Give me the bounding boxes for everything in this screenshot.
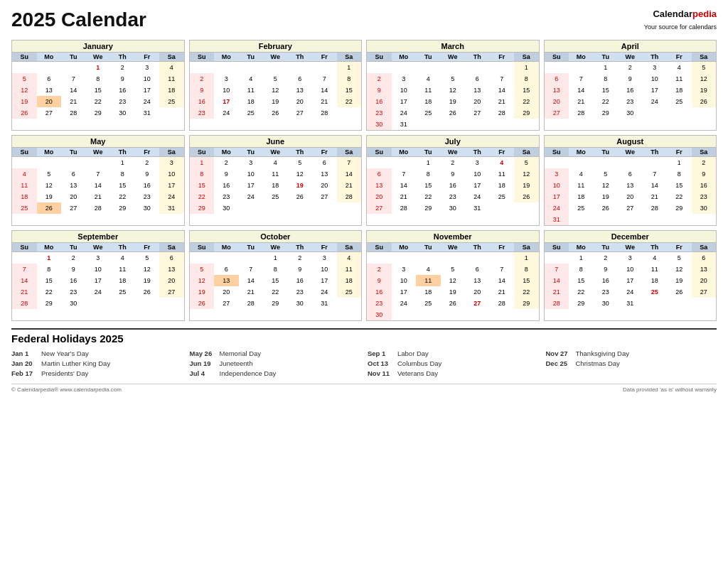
month-title-august: August bbox=[545, 136, 717, 148]
day-cell: 10 bbox=[312, 264, 337, 275]
col-header-fr: Fr bbox=[135, 243, 160, 252]
day-cell bbox=[569, 156, 594, 168]
day-cell: 24 bbox=[643, 96, 668, 107]
day-cell: 7 bbox=[239, 264, 264, 275]
day-cell: 18 bbox=[12, 191, 37, 202]
day-cell: 15 bbox=[416, 180, 441, 191]
day-cell: 16 bbox=[190, 96, 215, 107]
day-cell: 29 bbox=[514, 298, 539, 309]
day-cell: 5 bbox=[135, 251, 160, 264]
col-header-mo: Mo bbox=[392, 53, 417, 62]
day-cell: 2 bbox=[594, 251, 619, 264]
day-cell bbox=[441, 61, 466, 73]
day-cell: 14 bbox=[392, 180, 417, 191]
day-cell: 15 bbox=[263, 275, 288, 286]
day-cell: 10 bbox=[214, 85, 239, 96]
calendar-table-september: SuMoTuWeThFrSa12345678910111213141516171… bbox=[12, 243, 184, 309]
col-header-su: Su bbox=[545, 243, 569, 252]
day-cell: 3 bbox=[312, 251, 337, 264]
day-cell: 20 bbox=[61, 191, 86, 202]
col-header-su: Su bbox=[12, 243, 37, 252]
col-header-tu: Tu bbox=[416, 148, 441, 157]
day-cell: 19 bbox=[441, 96, 466, 107]
day-cell bbox=[416, 309, 441, 320]
day-cell: 30 bbox=[135, 202, 160, 214]
day-cell: 11 bbox=[337, 264, 362, 275]
month-title-january: January bbox=[12, 40, 184, 53]
day-cell: 27 bbox=[288, 107, 313, 119]
col-header-su: Su bbox=[545, 148, 569, 157]
col-header-th: Th bbox=[110, 148, 135, 157]
day-cell bbox=[594, 156, 619, 168]
day-cell: 20 bbox=[214, 286, 239, 298]
day-cell: 20 bbox=[312, 180, 337, 191]
day-cell: 16 bbox=[110, 85, 135, 96]
col-header-fr: Fr bbox=[667, 53, 692, 62]
day-cell bbox=[514, 119, 539, 130]
day-cell: 9 bbox=[441, 168, 466, 180]
month-november: NovemberSuMoTuWeThFrSa123456789101112131… bbox=[366, 230, 540, 321]
day-cell bbox=[465, 119, 490, 130]
day-cell bbox=[159, 298, 184, 309]
footer-right: Data provided 'as is' without warranty bbox=[623, 386, 717, 393]
day-cell: 26 bbox=[135, 286, 160, 298]
col-header-fr: Fr bbox=[667, 148, 692, 157]
day-cell bbox=[490, 309, 515, 320]
day-cell: 8 bbox=[37, 264, 62, 275]
brand-logo: Calendarpedia Your source for calendars bbox=[644, 9, 717, 33]
month-title-may: May bbox=[12, 136, 184, 148]
footer: © Calendarpedia® www.calendarpedia.com D… bbox=[11, 384, 717, 393]
day-cell: 27 bbox=[312, 191, 337, 202]
col-header-sa: Sa bbox=[159, 148, 184, 157]
day-cell bbox=[441, 119, 466, 130]
day-cell: 6 bbox=[214, 264, 239, 275]
day-cell: 16 bbox=[441, 180, 466, 191]
col-header-sa: Sa bbox=[337, 148, 362, 157]
holiday-name: New Year's Day bbox=[41, 349, 89, 359]
day-cell: 12 bbox=[692, 73, 717, 85]
day-cell: 14 bbox=[86, 180, 111, 191]
day-cell: 26 bbox=[37, 202, 62, 214]
col-header-we: We bbox=[618, 243, 643, 252]
day-cell bbox=[569, 214, 594, 225]
day-cell: 26 bbox=[692, 96, 717, 107]
holiday-name: Christmas Day bbox=[576, 359, 620, 369]
col-header-th: Th bbox=[465, 243, 490, 252]
day-cell: 4 bbox=[12, 168, 37, 180]
col-header-mo: Mo bbox=[569, 148, 594, 157]
day-cell: 11 bbox=[110, 264, 135, 275]
holiday-name: Thanksgiving Day bbox=[576, 349, 630, 359]
day-cell: 2 bbox=[367, 73, 392, 85]
holiday-date: Jun 19 bbox=[190, 359, 215, 369]
day-cell bbox=[239, 251, 264, 264]
day-cell: 25 bbox=[263, 191, 288, 202]
day-cell: 26 bbox=[514, 191, 539, 202]
day-cell: 24 bbox=[86, 286, 111, 298]
day-cell: 1 bbox=[37, 251, 62, 264]
holiday-name: Martin Luther King Day bbox=[41, 359, 110, 369]
col-header-fr: Fr bbox=[312, 53, 337, 62]
day-cell: 17 bbox=[392, 96, 417, 107]
day-cell: 12 bbox=[37, 180, 62, 191]
day-cell: 7 bbox=[61, 73, 86, 85]
day-cell: 7 bbox=[86, 168, 111, 180]
day-cell: 29 bbox=[190, 202, 215, 214]
col-header-tu: Tu bbox=[416, 243, 441, 252]
day-cell bbox=[441, 309, 466, 320]
day-cell: 23 bbox=[135, 191, 160, 202]
day-cell: 9 bbox=[110, 73, 135, 85]
day-cell: 21 bbox=[643, 191, 668, 202]
day-cell: 6 bbox=[618, 168, 643, 180]
month-april: AprilSuMoTuWeThFrSa123456789101112131415… bbox=[544, 40, 717, 131]
day-cell: 23 bbox=[110, 96, 135, 107]
col-header-fr: Fr bbox=[667, 243, 692, 252]
day-cell: 30 bbox=[618, 107, 643, 119]
day-cell bbox=[12, 156, 37, 168]
day-cell bbox=[367, 61, 392, 73]
day-cell: 26 bbox=[594, 202, 619, 214]
day-cell bbox=[667, 298, 692, 309]
day-cell: 28 bbox=[312, 107, 337, 119]
day-cell: 21 bbox=[545, 286, 569, 298]
day-cell: 10 bbox=[239, 168, 264, 180]
day-cell: 4 bbox=[337, 251, 362, 264]
